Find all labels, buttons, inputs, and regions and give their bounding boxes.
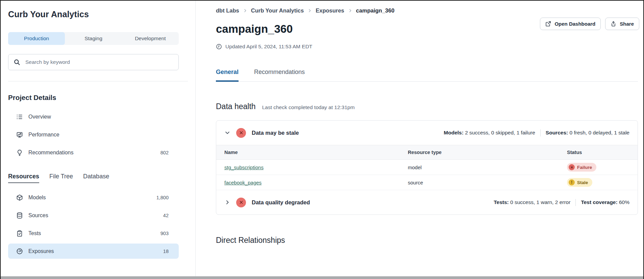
project-details-heading: Project Details — [8, 94, 195, 102]
tests-summary-label: Tests: — [494, 199, 509, 205]
direct-relationships-heading: Direct Relationships — [216, 236, 638, 245]
breadcrumb-item-project[interactable]: Curb Your Analytics — [251, 7, 304, 14]
summary-divider — [540, 129, 541, 136]
breadcrumb-item-account[interactable]: dbt Labs — [216, 7, 239, 14]
header-actions: Open Dashboard Share — [540, 18, 639, 30]
item-count: 1,800 — [156, 195, 169, 200]
tab-general[interactable]: General — [216, 69, 239, 82]
error-icon — [569, 164, 575, 170]
item-count: 42 — [163, 213, 169, 218]
stale-resources-table: Name Resource type Status stg_subscripti… — [216, 145, 638, 190]
resource-type-cell: source — [408, 180, 567, 185]
tests-summary-value: 0 success, 1 warn, 2 error — [510, 199, 570, 205]
table-header-row: Name Resource type Status — [216, 145, 638, 160]
table-row: facebook_pages source ! Stale — [216, 175, 638, 190]
quality-group-row[interactable]: Data quality degraded Tests: 0 success, … — [216, 190, 638, 214]
resource-link-stg-subscriptions[interactable]: stg_subscriptions — [224, 164, 264, 170]
resource-tabs: Resources File Tree Database — [8, 173, 195, 183]
open-dashboard-label: Open Dashboard — [554, 21, 595, 27]
sidebar-search[interactable] — [8, 54, 179, 70]
error-status-icon — [236, 128, 246, 138]
window-bottom-edge — [1, 276, 643, 279]
quality-group-title: Data quality degraded — [252, 199, 310, 206]
clipboard-check-icon — [16, 230, 23, 237]
stale-group-summary: Models: 2 success, 0 skipped, 1 failure … — [444, 129, 629, 136]
item-count: 802 — [160, 150, 169, 155]
sidebar-item-label: Sources — [28, 212, 48, 219]
column-header-name: Name — [224, 150, 408, 155]
sidebar-item-overview[interactable]: Overview — [8, 109, 179, 124]
item-count: 903 — [160, 231, 169, 236]
error-status-icon — [236, 198, 246, 207]
open-dashboard-button[interactable]: Open Dashboard — [540, 18, 601, 30]
models-summary-value: 2 success, 0 skipped, 1 failure — [465, 130, 535, 135]
status-badge-stale: ! Stale — [567, 178, 592, 187]
clock-icon — [216, 44, 222, 50]
chevron-right-icon — [243, 8, 247, 13]
search-icon — [14, 59, 20, 66]
database-icon — [16, 212, 23, 219]
sidebar-item-label: Exposures — [28, 248, 54, 254]
external-link-icon — [545, 21, 551, 27]
share-icon — [611, 21, 616, 27]
resource-link-facebook-pages[interactable]: facebook_pages — [224, 180, 262, 185]
tab-database[interactable]: Database — [83, 173, 109, 183]
sources-summary-label: Sources: — [546, 130, 568, 135]
detail-tabs: General Recommendations — [216, 69, 638, 82]
updated-timestamp: Updated April 5, 2024, 11:53 AM EDT — [216, 44, 638, 50]
tab-recommendations[interactable]: Recommendations — [254, 69, 305, 81]
coverage-summary-label: Test coverage: — [581, 199, 617, 205]
env-tab-staging[interactable]: Staging — [65, 32, 122, 45]
sidebar-divider — [8, 81, 188, 81]
cube-icon — [16, 194, 23, 201]
tab-resources[interactable]: Resources — [8, 173, 39, 183]
environment-switcher: Production Staging Development — [8, 32, 179, 45]
project-title: Curb Your Analytics — [8, 9, 195, 19]
project-details-nav: Overview Performance Recommendations 802 — [8, 109, 195, 160]
coverage-summary-value: 60% — [619, 199, 629, 205]
chevron-right-icon — [307, 8, 312, 13]
breadcrumb-item-current: campaign_360 — [356, 7, 395, 14]
env-tab-development[interactable]: Development — [122, 32, 179, 45]
stale-group-title: Data may be stale — [252, 130, 299, 136]
sidebar-item-exposures[interactable]: Exposures 18 — [8, 244, 179, 259]
sidebar-item-label: Performance — [28, 132, 59, 138]
stale-group-row[interactable]: Data may be stale Models: 2 success, 0 s… — [216, 121, 638, 145]
sidebar-item-tests[interactable]: Tests 903 — [8, 226, 179, 241]
sidebar-item-recommendations[interactable]: Recommendations 802 — [8, 145, 179, 160]
share-label: Share — [620, 21, 634, 27]
env-tab-production[interactable]: Production — [8, 32, 65, 45]
data-health-heading: Data health — [216, 102, 256, 111]
breadcrumb-item-exposures[interactable]: Exposures — [316, 7, 344, 14]
lightbulb-icon — [16, 149, 23, 156]
sidebar-item-sources[interactable]: Sources 42 — [8, 208, 179, 223]
chevron-down-icon[interactable] — [224, 130, 230, 136]
share-button[interactable]: Share — [605, 18, 639, 30]
resource-type-cell: model — [408, 164, 567, 170]
chevron-right-icon[interactable] — [224, 199, 230, 205]
tab-file-tree[interactable]: File Tree — [49, 173, 73, 183]
column-header-status: Status — [567, 150, 629, 155]
data-health-card: Data may be stale Models: 2 success, 0 s… — [216, 120, 638, 215]
updated-text: Updated April 5, 2024, 11:53 AM EDT — [225, 44, 312, 50]
sidebar-item-label: Overview — [28, 114, 51, 120]
column-header-resource-type: Resource type — [408, 150, 567, 155]
data-health-header: Data health Last check completed today a… — [216, 102, 638, 111]
item-count: 18 — [163, 249, 169, 254]
search-input[interactable] — [25, 59, 173, 66]
sidebar-item-label: Models — [28, 195, 46, 201]
breadcrumb: dbt Labs Curb Your Analytics Exposures c… — [216, 7, 638, 14]
list-icon — [16, 113, 23, 120]
sidebar-item-performance[interactable]: Performance — [8, 127, 179, 142]
app-window: Curb Your Analytics Production Staging D… — [0, 0, 644, 279]
resources-nav: Models 1,800 Sources 42 Tests 903 — [8, 190, 195, 259]
gauge-icon — [16, 248, 23, 255]
sidebar-item-models[interactable]: Models 1,800 — [8, 190, 179, 205]
data-health-subtitle: Last check completed today at 12:31pm — [262, 104, 355, 110]
quality-group-summary: Tests: 0 success, 1 warn, 2 error Test c… — [494, 199, 629, 206]
sidebar-item-label: Recommendations — [28, 150, 73, 156]
main-content: dbt Labs Curb Your Analytics Exposures c… — [196, 1, 643, 276]
sidebar: Curb Your Analytics Production Staging D… — [1, 1, 196, 276]
models-summary-label: Models: — [444, 130, 464, 135]
performance-icon — [16, 131, 23, 138]
